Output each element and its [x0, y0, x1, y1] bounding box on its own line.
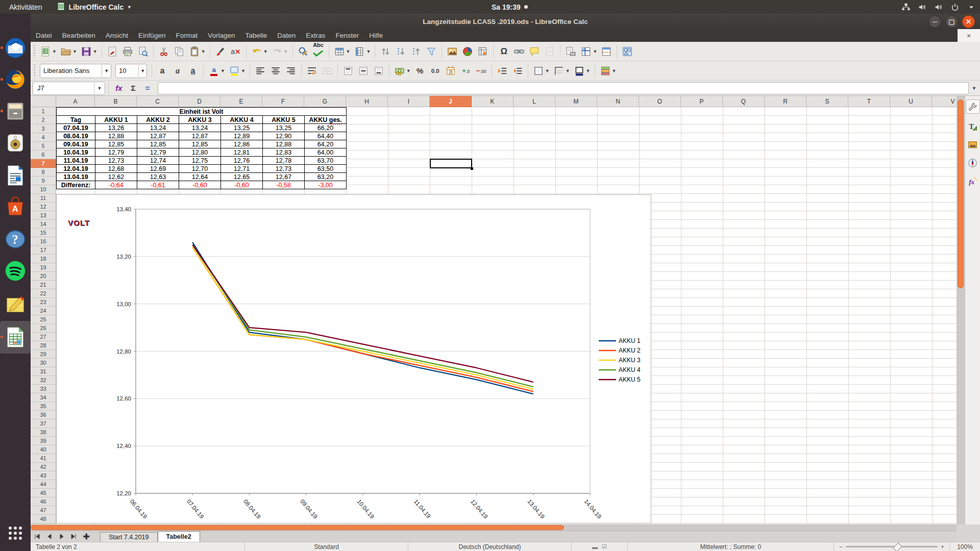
- column-header-P[interactable]: P: [681, 96, 723, 107]
- close-button[interactable]: ✕: [962, 15, 975, 28]
- table-cell[interactable]: 12,79: [95, 148, 137, 157]
- row-header-27[interactable]: 27: [31, 333, 56, 341]
- table-cell[interactable]: 64,20: [305, 140, 347, 148]
- row-header-48[interactable]: 48: [31, 515, 56, 523]
- dropdown-arrow-icon[interactable]: ▼: [93, 49, 97, 54]
- insert-chart-button[interactable]: [460, 44, 475, 59]
- open-button[interactable]: ▼: [59, 44, 78, 59]
- vertical-scrollbar-thumb[interactable]: [958, 99, 964, 288]
- find-replace-button[interactable]: [296, 44, 310, 59]
- row-header-19[interactable]: 19: [31, 263, 56, 272]
- bold-button[interactable]: a: [155, 63, 169, 79]
- launcher-rhythmbox-icon[interactable]: [4, 131, 27, 155]
- row-header-37[interactable]: 37: [31, 419, 56, 428]
- column-header-D[interactable]: D: [179, 96, 220, 107]
- activities-button[interactable]: Aktivitäten: [0, 3, 52, 11]
- row-header-29[interactable]: 29: [31, 350, 56, 359]
- table-cell[interactable]: 12,73: [263, 165, 305, 173]
- table-cell[interactable]: 12,64: [179, 173, 221, 181]
- launcher-file-cabinet-icon[interactable]: [4, 99, 27, 123]
- column-header-U[interactable]: U: [890, 96, 932, 107]
- table-cell[interactable]: 12,80: [179, 148, 221, 157]
- menu-daten[interactable]: Daten: [272, 29, 301, 42]
- borders-button[interactable]: ▼: [531, 63, 551, 79]
- table-cell[interactable]: -0,58: [263, 181, 305, 189]
- align-top-button[interactable]: [341, 63, 355, 79]
- dropdown-arrow-icon[interactable]: ▼: [593, 49, 597, 54]
- italic-button[interactable]: a: [170, 63, 185, 79]
- chevron-down-icon[interactable]: [967, 3, 976, 12]
- table-cell[interactable]: 09.04.19: [57, 140, 95, 148]
- table-cell[interactable]: 13,24: [137, 124, 179, 132]
- table-cell[interactable]: 12,87: [179, 132, 221, 140]
- row-header-9[interactable]: 9: [31, 177, 56, 185]
- table-cell[interactable]: -0,60: [179, 181, 221, 189]
- row-header-39[interactable]: 39: [31, 437, 56, 445]
- insert-image-button[interactable]: [445, 44, 459, 59]
- dropdown-arrow-icon[interactable]: ▼: [284, 49, 288, 54]
- row-header-47[interactable]: 47: [31, 506, 56, 515]
- zoom-in-icon[interactable]: +: [941, 543, 944, 550]
- align-left-button[interactable]: [253, 63, 267, 79]
- row-header-20[interactable]: 20: [31, 272, 56, 281]
- table-cell[interactable]: 63,70: [305, 157, 347, 165]
- next-sheet-button[interactable]: [55, 531, 67, 542]
- menu-fenster[interactable]: Fenster: [331, 29, 364, 42]
- row-header-12[interactable]: 12: [31, 203, 56, 211]
- insert-pivot-table-button[interactable]: [476, 44, 490, 59]
- table-cell[interactable]: 13.04.19: [57, 173, 95, 181]
- row-header-4[interactable]: 4: [31, 133, 56, 142]
- table-cell[interactable]: -3,00: [305, 181, 347, 189]
- table-cell[interactable]: 63,20: [305, 173, 347, 181]
- row-header-42[interactable]: 42: [31, 463, 56, 471]
- launcher-spotify-icon[interactable]: [4, 259, 27, 283]
- increase-indent-button[interactable]: [495, 63, 509, 79]
- table-cell[interactable]: 12,85: [179, 140, 221, 148]
- row-header-10[interactable]: 10: [31, 185, 56, 194]
- dropdown-arrow-icon[interactable]: ▼: [220, 68, 225, 73]
- table-cell[interactable]: 12,67: [263, 173, 305, 181]
- first-sheet-button[interactable]: [31, 531, 43, 542]
- row-header-6[interactable]: 6: [31, 151, 56, 159]
- print-button[interactable]: [120, 44, 135, 59]
- undo-button[interactable]: ▼: [250, 44, 269, 59]
- table-cell[interactable]: 12,69: [137, 165, 179, 173]
- row-header-24[interactable]: 24: [31, 307, 56, 315]
- table-cell[interactable]: 12,78: [263, 157, 305, 165]
- row-header-30[interactable]: 30: [31, 359, 56, 367]
- table-cell[interactable]: 12,73: [95, 157, 137, 165]
- column-header-C[interactable]: C: [137, 96, 179, 107]
- row-header-3[interactable]: 3: [31, 124, 56, 133]
- column-header-A[interactable]: A: [56, 96, 95, 107]
- new-document-button[interactable]: ▼: [38, 44, 58, 59]
- last-sheet-button[interactable]: [67, 531, 80, 542]
- menu-ansicht[interactable]: Ansicht: [101, 29, 133, 42]
- close-document-button[interactable]: ×: [958, 29, 980, 42]
- dropdown-arrow-icon[interactable]: ▼: [545, 68, 550, 73]
- sheet-tab-1[interactable]: Tabelle2: [158, 531, 200, 542]
- column-header-J[interactable]: J: [430, 96, 472, 107]
- row-header-8[interactable]: 8: [31, 168, 56, 177]
- dropdown-arrow-icon[interactable]: ▼: [566, 68, 570, 73]
- column-header-F[interactable]: F: [262, 96, 304, 107]
- launcher-notes-icon[interactable]: [4, 292, 27, 315]
- row-header-13[interactable]: 13: [31, 211, 56, 220]
- dropdown-arrow-icon[interactable]: ▼: [52, 49, 57, 54]
- column-header-R[interactable]: R: [765, 96, 806, 107]
- sidebar-styles-icon[interactable]: T: [967, 120, 979, 132]
- zoom-slider-thumb[interactable]: [893, 542, 902, 551]
- dropdown-arrow-icon[interactable]: ▼: [366, 49, 371, 54]
- add-sheet-button[interactable]: ✚: [80, 531, 93, 542]
- table-cell[interactable]: 12,85: [95, 140, 137, 148]
- row-header-16[interactable]: 16: [31, 237, 56, 246]
- sidebar-functions-icon[interactable]: fx: [967, 175, 979, 187]
- zoom-out-icon[interactable]: −: [839, 543, 843, 550]
- table-cell[interactable]: 12,68: [95, 165, 137, 173]
- insert-row-button[interactable]: ▼: [332, 44, 352, 59]
- table-header-cell[interactable]: AKKU 3: [179, 116, 221, 124]
- data-table[interactable]: Einheit ist VoltTagAKKU 1AKKU 2AKKU 3AKK…: [56, 107, 347, 189]
- delete-decimal-button[interactable]: −.00: [474, 63, 488, 79]
- table-cell[interactable]: 64,00: [305, 148, 347, 157]
- system-indicators[interactable]: [901, 0, 976, 14]
- table-header-cell[interactable]: AKKU 1: [95, 116, 137, 124]
